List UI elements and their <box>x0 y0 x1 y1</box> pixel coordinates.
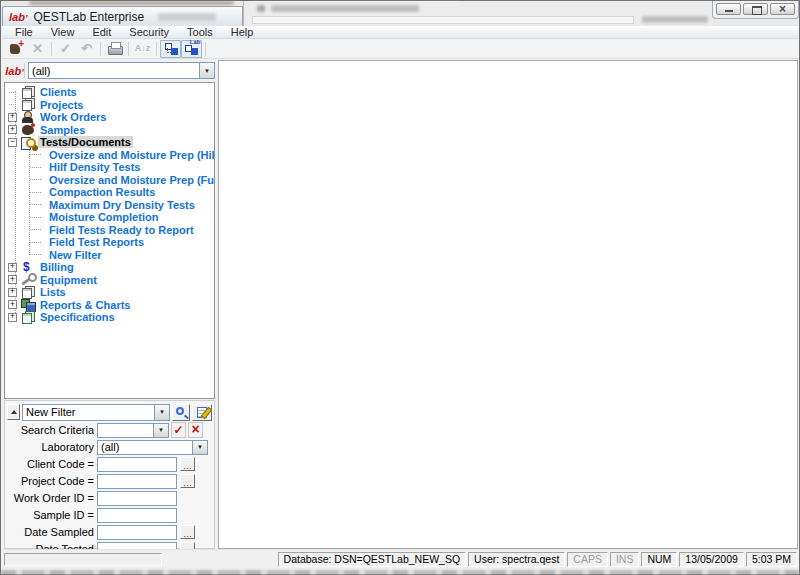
toolbar: ✕ ✓ ↶ A↓z <box>2 39 799 59</box>
filter-label: Maximum Dry Density Tests <box>47 199 197 211</box>
tree-connector <box>9 92 16 93</box>
expand-icon[interactable] <box>8 113 17 122</box>
tree-item-equipment[interactable]: Equipment <box>5 274 214 287</box>
laboratory-dropdown[interactable]: (all) ▼ <box>97 440 208 455</box>
az-sort-button[interactable]: A↓z <box>132 40 153 58</box>
run-search-button[interactable] <box>172 404 190 421</box>
client-code-input[interactable] <box>97 457 177 472</box>
undo-button[interactable]: ↶ <box>76 40 97 58</box>
tree-item-specifications[interactable]: Specifications <box>5 311 214 324</box>
lab-tree-view-button[interactable] <box>181 40 202 58</box>
tree-item-label: Work Orders <box>38 111 108 123</box>
tree-item-filter[interactable]: Field Tests Ready to Report <box>5 224 214 237</box>
documents-icon <box>20 86 36 99</box>
menu-view[interactable]: View <box>42 26 84 39</box>
expand-icon[interactable] <box>8 288 17 297</box>
maximize-button[interactable] <box>743 3 768 15</box>
status-database: Database: DSN=QESTLab_NEW_SQ <box>278 552 467 567</box>
print-button[interactable] <box>104 40 125 58</box>
scope-dropdown[interactable]: (all) ▼ <box>28 62 215 79</box>
tree-item-label-selected: Tests/Documents <box>38 136 133 148</box>
sample-id-input[interactable] <box>97 508 177 523</box>
expand-icon[interactable] <box>8 300 17 309</box>
tree-item-reports-charts[interactable]: Reports & Charts <box>5 299 214 312</box>
edit-filter-button[interactable] <box>192 404 212 421</box>
close-button[interactable] <box>770 3 795 15</box>
filter-label: Field Tests Ready to Report <box>47 224 196 236</box>
chevron-down-icon[interactable]: ▼ <box>153 424 168 437</box>
date-sampled-input[interactable] <box>97 525 177 540</box>
menu-tools[interactable]: Tools <box>178 26 222 39</box>
tree-item-filter[interactable]: Field Test Reports <box>5 236 214 249</box>
browse-project-button[interactable] <box>180 474 195 488</box>
tree-item-new-filter[interactable]: New Filter <box>5 249 214 262</box>
tree-item-tests-documents[interactable]: Tests/Documents <box>5 136 214 149</box>
tree-connector <box>30 217 41 218</box>
search-criteria-dropdown[interactable]: ▼ <box>97 423 169 438</box>
status-num: NUM <box>641 552 677 567</box>
tree-item-billing[interactable]: Billing <box>5 261 214 274</box>
tree-view-button[interactable] <box>160 40 181 58</box>
window-title: QESTLab Enterprise <box>33 10 144 24</box>
sample-id-row: Sample ID = <box>5 507 214 523</box>
tree-item-filter[interactable]: Moisture Completion <box>5 211 214 224</box>
date-sampled-picker-button[interactable] <box>180 525 195 539</box>
field-label: Client Code = <box>5 458 97 470</box>
chevron-down-icon[interactable]: ▼ <box>199 63 214 78</box>
delete-icon: ✕ <box>32 42 43 55</box>
confirm-button[interactable]: ✓ <box>55 40 76 58</box>
minimize-button[interactable] <box>716 3 741 15</box>
filter-label: Field Test Reports <box>47 236 146 248</box>
menu-file[interactable]: File <box>6 26 42 39</box>
work-order-id-input[interactable] <box>97 491 177 506</box>
wrench-icon <box>20 273 36 286</box>
expand-icon[interactable] <box>8 263 17 272</box>
filter-dropdown[interactable]: New Filter ▼ <box>22 404 170 421</box>
browse-client-button[interactable] <box>180 457 195 471</box>
chevron-down-icon[interactable]: ▼ <box>192 441 207 454</box>
lab-logo-icon: lab <box>5 63 25 78</box>
redacted-text <box>271 5 419 12</box>
sample-icon <box>20 123 36 136</box>
menu-security[interactable]: Security <box>120 26 178 39</box>
tree-item-filter[interactable]: Oversize and Moisture Prep (Hilf) <box>5 149 214 162</box>
menu-edit[interactable]: Edit <box>83 26 120 39</box>
collapse-icon[interactable] <box>8 138 17 147</box>
filter-panel: New Filter ▼ Search Criteria ▼ Laborator… <box>4 400 215 549</box>
apply-criteria-button[interactable] <box>171 422 186 438</box>
status-user: User: spectra.qest <box>468 552 565 567</box>
scope-dropdown-value: (all) <box>29 65 199 77</box>
field-label: Work Order ID = <box>5 492 97 504</box>
search-icon <box>176 407 184 415</box>
specifications-icon <box>20 311 36 324</box>
menu-help[interactable]: Help <box>222 26 263 39</box>
toolbar-separator <box>100 42 101 56</box>
expand-icon[interactable] <box>8 125 17 134</box>
tree-connector <box>30 204 41 205</box>
tree-item-filter[interactable]: Hilf Density Tests <box>5 161 214 174</box>
chevron-down-icon[interactable]: ▼ <box>154 405 169 420</box>
application-window: lab QESTLab Enterprise File View Edit Se… <box>0 0 800 575</box>
delete-button[interactable]: ✕ <box>27 40 48 58</box>
new-item-button[interactable] <box>6 40 27 58</box>
tree-item-projects[interactable]: Projects <box>5 99 214 112</box>
tree-item-samples[interactable]: Samples <box>5 124 214 137</box>
tree-item-filter[interactable]: Compaction Results <box>5 186 214 199</box>
tree-item-filter[interactable]: Maximum Dry Density Tests <box>5 199 214 212</box>
clear-criteria-button[interactable] <box>188 422 203 438</box>
tree-item-work-orders[interactable]: Work Orders <box>5 111 214 124</box>
tree-item-filter[interactable]: Oversize and Moisture Prep (Full) <box>5 174 214 187</box>
project-code-input[interactable] <box>97 474 177 489</box>
filter-label: Hilf Density Tests <box>47 161 143 173</box>
tree-item-lists[interactable]: Lists <box>5 286 214 299</box>
documents-icon <box>20 286 36 299</box>
expand-icon[interactable] <box>8 313 17 322</box>
expand-icon[interactable] <box>8 275 17 284</box>
tree-item-clients[interactable]: Clients <box>5 86 214 99</box>
status-progress-panel <box>4 553 162 566</box>
app-logo-icon: lab <box>9 11 27 23</box>
redacted-text <box>29 1 234 5</box>
work-order-id-row: Work Order ID = <box>5 490 214 506</box>
filter-panel-header: New Filter ▼ <box>5 401 214 421</box>
collapse-filter-button[interactable] <box>7 404 20 420</box>
